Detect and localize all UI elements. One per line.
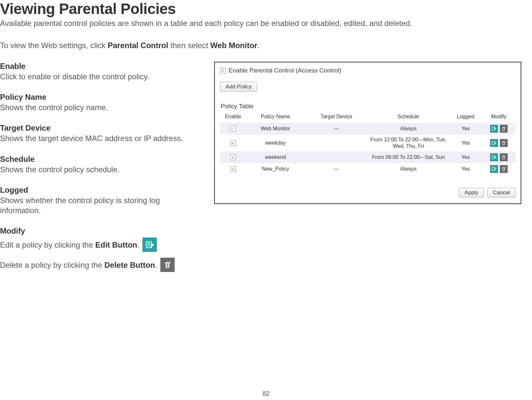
- page-sub-intro: To view the Web settings, click Parental…: [0, 41, 532, 50]
- sub-intro-bold-parental-control: Parental Control: [108, 41, 168, 50]
- sub-intro-post: .: [257, 41, 260, 50]
- definition-target-device-desc: Shows the target device MAC address or I…: [0, 133, 201, 143]
- definition-logged-desc: Shows whether the control policy is stor…: [0, 195, 201, 215]
- page-number: 82: [262, 390, 269, 397]
- row-target-device: ---: [305, 123, 368, 135]
- row-schedule: From 06:00 To 22:00---Sat, Sun: [368, 151, 449, 163]
- row-enable-checkbox[interactable]: ✓: [230, 126, 236, 132]
- edit-icon[interactable]: [490, 125, 498, 133]
- definition-enable-desc: Click to enable or disable the control p…: [0, 71, 201, 82]
- edit-icon[interactable]: [490, 165, 498, 173]
- sub-intro-mid: then select: [168, 41, 210, 50]
- sub-intro-bold-web-monitor: Web Monitor: [210, 41, 257, 50]
- definition-target-device-term: Target Device: [0, 123, 201, 133]
- edit-icon[interactable]: [490, 153, 498, 161]
- modify-delete-post: .: [155, 261, 157, 269]
- apply-button[interactable]: Apply: [459, 188, 484, 198]
- row-policy-name: New_Policy: [246, 163, 305, 175]
- th-logged: Logged: [449, 112, 482, 123]
- trash-icon[interactable]: [500, 153, 508, 161]
- modify-edit-bold: Edit Button: [95, 240, 137, 249]
- sub-intro-pre: To view the Web settings, click: [0, 41, 108, 50]
- th-target-device: Target Device: [305, 112, 368, 123]
- page-title: Viewing Parental Policies: [0, 0, 532, 18]
- add-policy-button[interactable]: Add Policy: [220, 82, 257, 92]
- page-intro: Available parental control policies are …: [0, 19, 532, 28]
- definition-schedule: Schedule Shows the control policy schedu…: [0, 155, 201, 174]
- definitions-column: Enable Click to enable or disable the co…: [0, 62, 201, 283]
- row-logged: Yes: [449, 135, 482, 151]
- definition-modify-term: Modify: [0, 226, 201, 236]
- enable-parental-control-label: Enable Parental Control (Access Control): [229, 67, 341, 74]
- row-schedule: Always: [368, 163, 449, 175]
- table-row: ✓ weekend From 06:00 To 22:00---Sat, Sun…: [220, 151, 515, 163]
- row-enable-checkbox[interactable]: ✓: [230, 166, 236, 172]
- th-enable: Enable: [220, 112, 246, 123]
- definition-logged-term: Logged: [0, 186, 201, 195]
- row-enable-checkbox[interactable]: ✓: [230, 154, 236, 160]
- screenshot-panel: ✓ Enable Parental Control (Access Contro…: [214, 62, 521, 204]
- th-schedule: Schedule: [368, 112, 449, 123]
- definition-policy-name-term: Policy Name: [0, 93, 201, 102]
- definition-target-device: Target Device Shows the target device MA…: [0, 123, 201, 143]
- modify-edit-post: .: [137, 240, 140, 249]
- table-header-row: Enable Policy Name Target Device Schedul…: [220, 112, 515, 123]
- row-schedule: Always: [368, 123, 449, 135]
- row-logged: Yes: [449, 163, 482, 175]
- edit-icon[interactable]: [490, 139, 498, 147]
- definition-schedule-desc: Shows the control policy schedule.: [0, 164, 201, 174]
- definition-enable: Enable Click to enable or disable the co…: [0, 62, 201, 82]
- trash-icon[interactable]: [500, 139, 508, 147]
- definition-enable-term: Enable: [0, 62, 201, 71]
- trash-icon[interactable]: [500, 165, 508, 173]
- enable-parental-control-row[interactable]: ✓ Enable Parental Control (Access Contro…: [220, 67, 515, 74]
- th-modify: Modify: [482, 112, 515, 123]
- definition-modify-edit: Edit a policy by clicking the Edit Butto…: [0, 240, 139, 250]
- policy-table: Enable Policy Name Target Device Schedul…: [220, 112, 515, 175]
- cancel-button[interactable]: Cancel: [487, 188, 515, 198]
- row-enable-checkbox[interactable]: ✓: [230, 140, 236, 146]
- table-row: ✓ weekday From 12:00 To 22:00---Mon, Tue…: [220, 135, 515, 151]
- definition-modify: Modify Edit a policy by clicking the Edi…: [0, 226, 201, 272]
- th-policy-name: Policy Name: [246, 112, 305, 123]
- row-target-device: [305, 135, 368, 151]
- trash-icon: [160, 258, 175, 272]
- row-target-device: [305, 151, 368, 163]
- table-row: ✓ Web Monitor --- Always Yes: [220, 123, 515, 135]
- modify-delete-pre: Delete a policy by clicking the: [0, 261, 105, 269]
- modify-delete-bold: Delete Button: [105, 261, 155, 269]
- row-logged: Yes: [449, 151, 482, 163]
- edit-icon: [142, 238, 157, 252]
- row-policy-name: Web Monitor: [246, 123, 305, 135]
- row-logged: Yes: [449, 123, 482, 135]
- checkbox-icon[interactable]: ✓: [220, 68, 226, 73]
- definition-schedule-term: Schedule: [0, 155, 201, 164]
- row-schedule: From 12:00 To 22:00---Mon, Tue, Wed, Thu…: [368, 135, 449, 151]
- row-policy-name: weekend: [246, 151, 305, 163]
- trash-icon[interactable]: [500, 125, 508, 133]
- row-target-device: ---: [305, 163, 368, 175]
- row-policy-name: weekday: [246, 135, 305, 151]
- table-row: ✓ New_Policy --- Always Yes: [220, 163, 515, 175]
- policy-table-title: Policy Table: [221, 103, 515, 110]
- definition-policy-name-desc: Shows the control policy name.: [0, 102, 201, 112]
- definition-policy-name: Policy Name Shows the control policy nam…: [0, 93, 201, 112]
- modify-edit-pre: Edit a policy by clicking the: [0, 240, 95, 249]
- definition-modify-delete: Delete a policy by clicking the Delete B…: [0, 260, 157, 270]
- definition-logged: Logged Shows whether the control policy …: [0, 186, 201, 215]
